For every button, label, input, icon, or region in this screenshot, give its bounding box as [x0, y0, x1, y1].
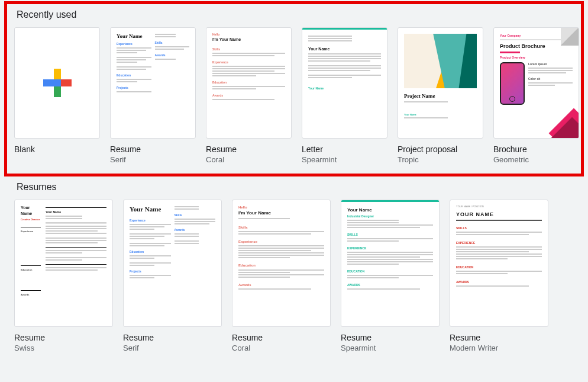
- template-subtitle: Tropic: [398, 155, 483, 164]
- template-thumb: Project Name Your Name: [398, 27, 483, 139]
- template-title: Blank: [14, 145, 100, 154]
- template-card-resume-coral[interactable]: Hello I'm Your Name Skills Experience Ed…: [206, 27, 292, 164]
- template-title: Resume: [123, 333, 222, 342]
- section-title-resumes: Resumes: [17, 182, 574, 192]
- template-row-recent: Blank Your Name Experience Education Pro…: [14, 27, 574, 164]
- section-title-recent: Recently used: [17, 9, 574, 20]
- template-thumb: Your Name Experience Education Projects …: [123, 200, 222, 327]
- template-title: Resume: [110, 145, 196, 154]
- template-title: Resume: [341, 333, 440, 342]
- template-card-resume-coral-2[interactable]: Hello I'm Your Name Skills Experience Ed…: [232, 200, 331, 352]
- template-thumb: Your Company Product Brochure Product Ov…: [493, 27, 579, 139]
- template-thumb: Hello I'm Your Name Skills Experience Ed…: [232, 200, 331, 327]
- template-title: Project proposal: [398, 145, 483, 154]
- template-title: Resume: [14, 333, 113, 342]
- template-subtitle: Coral: [232, 344, 331, 352]
- plus-icon: [15, 28, 99, 138]
- template-card-blank[interactable]: Blank: [14, 27, 100, 164]
- template-title: Resume: [450, 333, 548, 342]
- template-title: Resume: [206, 145, 292, 154]
- template-card-brochure-geometric[interactable]: Your Company Product Brochure Product Ov…: [493, 27, 579, 164]
- template-subtitle: Serif: [110, 155, 196, 164]
- template-thumb: Hello I'm Your Name Skills Experience Ed…: [206, 27, 292, 139]
- template-subtitle: Serif: [123, 344, 222, 352]
- template-card-project-proposal-tropic[interactable]: Project Name Your Name Project proposal …: [398, 27, 483, 164]
- template-card-resume-swiss[interactable]: Your Name Creative Director Experience E…: [14, 200, 113, 352]
- template-thumb: Your Name Experience Education Projects …: [110, 27, 196, 139]
- template-title: Letter: [302, 145, 387, 154]
- template-thumb: Your Name Your Name: [302, 27, 387, 139]
- template-subtitle: Spearmint: [302, 155, 387, 164]
- section-recently-used: Recently used Blank: [0, 0, 588, 164]
- phone-illustration: [500, 62, 525, 105]
- template-title: Resume: [232, 333, 331, 342]
- section-resumes: Resumes Your Name Creative Director Expe…: [0, 172, 588, 352]
- template-subtitle: Swiss: [14, 344, 113, 352]
- template-thumb: [14, 27, 100, 139]
- template-subtitle: Spearmint: [341, 344, 440, 352]
- template-card-resume-serif[interactable]: Your Name Experience Education Projects …: [110, 27, 196, 164]
- template-subtitle: Coral: [206, 155, 292, 164]
- template-row-resumes: Your Name Creative Director Experience E…: [14, 200, 574, 352]
- template-card-resume-spearmint[interactable]: Your Name Industrial Designer SKILLS EXP…: [341, 200, 440, 352]
- template-card-resume-serif-2[interactable]: Your Name Experience Education Projects …: [123, 200, 222, 352]
- template-card-letter-spearmint[interactable]: Your Name Your Name Letter Spearmint: [302, 27, 387, 164]
- template-subtitle: Geometric: [493, 155, 579, 164]
- template-thumb: Your Name Industrial Designer SKILLS EXP…: [341, 200, 440, 327]
- template-card-resume-modern-writer[interactable]: YOUR NAME / POSITION YOUR NAME SKILLS EX…: [450, 200, 548, 352]
- template-title: Brochure: [493, 145, 579, 154]
- template-thumb: YOUR NAME / POSITION YOUR NAME SKILLS EX…: [450, 200, 548, 327]
- template-thumb: Your Name Creative Director Experience E…: [14, 200, 113, 327]
- template-subtitle: Modern Writer: [450, 344, 548, 352]
